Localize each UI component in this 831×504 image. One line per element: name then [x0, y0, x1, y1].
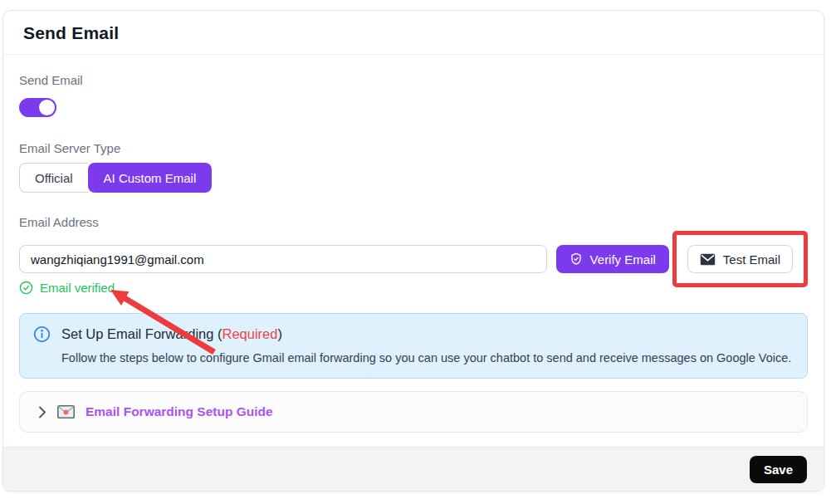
email-emoji-icon	[57, 405, 75, 418]
info-circle-icon	[33, 325, 51, 343]
card-header: Send Email	[3, 11, 824, 55]
card-footer: Save	[3, 447, 824, 491]
test-email-button[interactable]: Test Email	[687, 245, 793, 273]
email-verified-label: Email verified	[40, 281, 115, 295]
test-email-label: Test Email	[723, 252, 780, 267]
toggle-knob	[39, 100, 55, 115]
shield-check-icon	[569, 252, 583, 266]
email-address-label: Email Address	[19, 215, 808, 229]
server-type-option-ai-custom-email[interactable]: AI Custom Email	[88, 163, 213, 193]
check-circle-icon	[19, 281, 33, 295]
verify-email-button[interactable]: Verify Email	[556, 245, 669, 273]
card-body: Send Email Email Server Type Official AI…	[3, 55, 824, 433]
envelope-icon	[700, 253, 716, 266]
email-forwarding-info-banner: Set Up Email Forwarding (Required) Follo…	[19, 313, 808, 379]
chevron-right-icon	[38, 406, 46, 418]
send-email-toggle-label: Send Email	[19, 73, 808, 87]
info-banner-description: Follow the steps below to configure Gmai…	[61, 351, 794, 365]
required-badge: Required	[222, 326, 278, 341]
setup-guide-label: Email Forwarding Setup Guide	[86, 404, 273, 419]
annotation-highlight-box: Test Email	[672, 231, 808, 287]
info-banner-title-row: Set Up Email Forwarding (Required)	[33, 325, 794, 343]
info-banner-title: Set Up Email Forwarding (Required)	[61, 326, 282, 342]
email-server-type-segmented: Official AI Custom Email	[19, 163, 212, 193]
send-email-card: Send Email Send Email Email Server Type …	[2, 10, 824, 492]
send-email-toggle[interactable]	[19, 98, 56, 117]
email-address-input[interactable]	[19, 245, 547, 273]
email-server-type-label: Email Server Type	[19, 141, 808, 155]
page-title: Send Email	[23, 23, 804, 43]
verify-email-label: Verify Email	[590, 252, 656, 267]
email-address-row: Verify Email Test Email	[19, 231, 808, 287]
server-type-option-official[interactable]: Official	[19, 163, 88, 193]
email-forwarding-setup-guide[interactable]: Email Forwarding Setup Guide	[19, 391, 808, 433]
save-button[interactable]: Save	[750, 456, 807, 483]
